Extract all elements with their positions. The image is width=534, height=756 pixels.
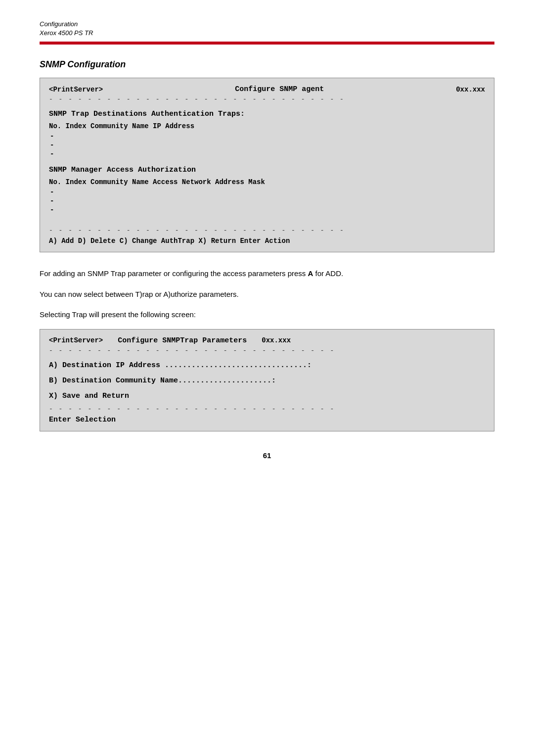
header-line1: Configuration: [40, 20, 494, 29]
terminal1-snmp-trap-label: SNMP Trap Destinations Authentication Tr…: [49, 110, 485, 118]
terminal1-manager-row-3: -: [50, 206, 485, 214]
terminal2-header-center: Configure SNMPTrap Parameters: [118, 336, 247, 345]
terminal-box-2: <PrintServer> Configure SNMPTrap Paramet…: [40, 329, 494, 431]
header-text: Configuration Xerox 4500 PS TR: [40, 20, 494, 38]
terminal1-trap-row-3: -: [50, 150, 485, 158]
terminal1-header-row: <PrintServer> Configure SNMP agent 0xx.x…: [49, 85, 485, 94]
terminal1-trap-row-1: -: [50, 132, 485, 140]
terminal1-trap-row-2: -: [50, 141, 485, 149]
terminal2-dest-ip: A) Destination IP Address ..............…: [49, 361, 485, 370]
page-container: Configuration Xerox 4500 PS TR SNMP Conf…: [0, 0, 534, 756]
terminal2-bottom-divider: - - - - - - - - - - - - - - - - - - - - …: [49, 405, 485, 413]
body-para1-text: For adding an SNMP Trap parameter or con…: [40, 269, 308, 278]
terminal2-enter-selection: Enter Selection: [49, 416, 485, 424]
terminal1-action-row: A) Add D) Delete C) Change AuthTrap X) R…: [49, 237, 485, 245]
terminal1-bottom-divider: - - - - - - - - - - - - - - - - - - - - …: [49, 227, 485, 234]
body-para1: For adding an SNMP Trap parameter or con…: [40, 267, 494, 280]
terminal2-save-return: X) Save and Return: [49, 392, 485, 400]
terminal1-trap-columns: No. Index Community Name IP Address: [49, 122, 485, 130]
terminal2-header-row: <PrintServer> Configure SNMPTrap Paramet…: [49, 336, 485, 345]
terminal1-manager-row-1: -: [50, 188, 485, 196]
body-para2: You can now select between T)rap or A)ut…: [40, 288, 494, 301]
body-para1-end: for ADD.: [313, 269, 343, 278]
terminal1-manager-row-2: -: [50, 197, 485, 205]
page-number: 61: [40, 451, 494, 460]
terminal1-manager-columns: No. Index Community Name Access Network …: [49, 178, 485, 186]
terminal1-header-left: <PrintServer>: [49, 86, 103, 94]
section-title: SNMP Configuration: [40, 59, 494, 70]
terminal1-header-right: 0xx.xxx: [456, 86, 485, 94]
body-para1-bold: A: [308, 269, 313, 278]
terminal1-manager-label: SNMP Manager Access Authorization: [49, 166, 485, 174]
terminal1-spacer-2: [49, 215, 485, 222]
terminal2-top-divider: - - - - - - - - - - - - - - - - - - - - …: [49, 347, 485, 354]
body-para3: Selecting Trap will present the followin…: [40, 308, 494, 321]
terminal-box-1: <PrintServer> Configure SNMP agent 0xx.x…: [40, 78, 494, 252]
terminal1-header-center: Configure SNMP agent: [235, 85, 324, 94]
terminal2-dest-community: B) Destination Community Name...........…: [49, 377, 485, 385]
header-line2: Xerox 4500 PS TR: [40, 29, 494, 38]
terminal1-top-divider: - - - - - - - - - - - - - - - - - - - - …: [49, 95, 485, 103]
red-bar: [40, 42, 494, 45]
terminal2-header-left: <PrintServer>: [49, 336, 103, 344]
terminal2-header-right: 0xx.xxx: [262, 336, 291, 344]
terminal1-spacer-1: [49, 159, 485, 166]
